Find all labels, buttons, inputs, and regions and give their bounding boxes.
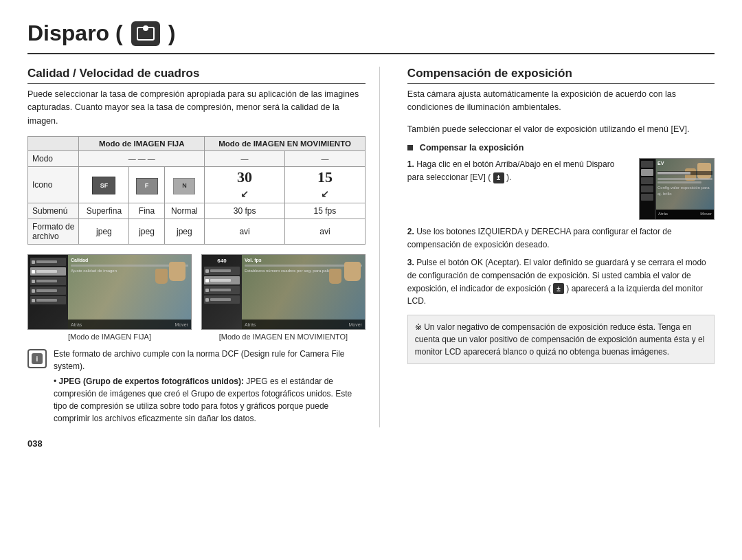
ev-menu-row-2	[641, 169, 653, 176]
note-section: i Este formato de archivo cumple con la …	[27, 348, 366, 427]
cam-menu-left	[28, 255, 68, 329]
screenshots-row: Calidad Ajuste calidad de imagen Atrás M…	[27, 254, 366, 341]
right-intro2: También puede seleccionar el valor de ex…	[407, 123, 715, 136]
icon-fina-block: F	[136, 178, 158, 194]
mode-table: Modo de IMAGEN FIJA Modo de IMAGEN EN MO…	[27, 136, 366, 245]
cam-screen-fija: Calidad Ajuste calidad de imagen Atrás M…	[28, 255, 191, 329]
cam-bottom-mov: Atrás Mover	[242, 320, 365, 329]
cam-atras-fija: Atrás	[71, 322, 82, 327]
fps30-arrow: ↙	[240, 188, 249, 199]
ev-menu-row-4	[641, 186, 653, 192]
step2: 2. Use los botones IZQUIERDA y DERECHA p…	[407, 225, 715, 251]
ev-config-line1	[657, 178, 712, 180]
row-label-submenu: Submenú	[28, 203, 79, 219]
step1-num: 1.	[407, 159, 416, 169]
ev-label: EV	[657, 160, 664, 168]
icon-30fps: 30 ↙	[205, 167, 285, 203]
ev-config-label: Config.valor exposición para aj. brillo	[657, 185, 712, 198]
col2-submenu: Fina	[129, 203, 164, 219]
cam-menu-item-2	[30, 267, 66, 276]
screenshot-fija: Calidad Ajuste calidad de imagen Atrás M…	[27, 254, 192, 330]
row-label-formato: Formato dearchivo	[28, 219, 79, 245]
fps15-arrow: ↙	[321, 188, 329, 199]
step3-num: 3.	[407, 258, 416, 267]
step1-symbol: ±	[493, 172, 504, 183]
compensar-label: Compensar la exposición	[420, 143, 524, 153]
cam-preview-movimiento: Vol. fps Establezca número cuadros por s…	[242, 255, 365, 329]
fps30-number: 30	[237, 168, 252, 186]
ev-atras: Atrás	[658, 211, 668, 217]
note-text-block: Este formato de archivo cumple con la no…	[54, 348, 366, 427]
caption-fija: [Modo de IMAGEN FIJA]	[27, 333, 192, 341]
note-line1: Este formato de archivo cumple con la no…	[54, 348, 366, 372]
cam-screen-movimiento: 640 Vol. fps Establezca número cuadros p…	[202, 255, 365, 329]
note-box: ※ Un valor negativo de compensación de e…	[407, 315, 715, 364]
step2-num: 2.	[407, 227, 416, 236]
row-label-modo: Modo	[28, 151, 79, 167]
note-bullet1-label: JPEG (Grupo de expertos fotográficos uni…	[59, 377, 244, 386]
ev-menu-row-5	[641, 194, 653, 201]
icon-normal-block: N	[173, 178, 195, 194]
cam-menu-mov-2	[204, 276, 240, 284]
row-label-icono: Icono	[28, 167, 79, 203]
cam-atras-mov: Atrás	[245, 322, 256, 327]
cam-mover-fija: Mover	[175, 322, 188, 327]
screenshot-left: Calidad Ajuste calidad de imagen Atrás M…	[27, 254, 192, 341]
note-box-text: ※ Un valor negativo de compensación de e…	[415, 322, 705, 357]
right-column: Compensación de exposición Esta cámara a…	[401, 67, 715, 427]
icon-15fps: 15 ↙	[285, 167, 366, 203]
title-divider	[27, 53, 715, 54]
left-column: Calidad / Velocidad de cuadros Puede sel…	[27, 67, 380, 427]
left-section-title: Calidad / Velocidad de cuadros	[27, 67, 366, 84]
svg-text:i: i	[36, 355, 38, 363]
cam-menu-item-5	[30, 296, 66, 304]
col1-formato: jpeg	[79, 219, 129, 245]
ev-bottom-bar: Atrás Mover	[656, 210, 714, 219]
camera-icon	[131, 21, 160, 46]
page-title: Disparo ( )	[27, 21, 715, 46]
ev-config-line2	[657, 181, 701, 183]
cam-menu-item-1	[30, 258, 66, 266]
col4-formato: avi	[205, 219, 285, 245]
ev-screen: EV Config.valor exposición para aj. bril…	[639, 158, 715, 220]
disparo-title-text: Disparo (	[27, 21, 123, 46]
screenshot-movimiento: 640 Vol. fps Establezca número cuadros p…	[201, 254, 366, 330]
table-header-modo	[28, 137, 79, 151]
left-intro: Puede seleccionar la tasa de compresión …	[27, 88, 366, 128]
step1-image: EV Config.valor exposición para aj. bril…	[639, 158, 715, 220]
cam-face2-fija	[155, 269, 168, 284]
ev-screen-menu	[640, 159, 655, 219]
col3-formato: jpeg	[164, 219, 205, 245]
ev-mover: Mover	[700, 211, 712, 217]
ev-bar	[657, 172, 690, 175]
step1-close: ).	[506, 172, 511, 182]
note-bullet1: JPEG (Grupo de expertos fotográficos uni…	[54, 375, 366, 425]
cam-preview-fija: Calidad Ajuste calidad de imagen Atrás M…	[68, 255, 191, 329]
ev-bar-row	[657, 171, 712, 175]
fps15-number: 15	[317, 168, 333, 186]
info-icon: i	[31, 352, 43, 365]
icon-sf: SF	[79, 167, 129, 203]
table-header-imagen-fija: Modo de IMAGEN FIJA	[79, 137, 205, 151]
col5-submenu: 15 fps	[285, 203, 366, 219]
disparo-title-suffix: )	[168, 21, 176, 46]
cam-mover-mov: Mover	[348, 322, 361, 327]
screenshot-right: 640 Vol. fps Establezca número cuadros p…	[201, 254, 366, 341]
cam-menu-mov-3	[204, 286, 240, 294]
col1-submenu: Superfina	[79, 203, 129, 219]
ev-menu-row-3	[641, 177, 653, 184]
cam-menu-item-3	[30, 277, 66, 285]
cam-face-fija	[169, 262, 186, 281]
compensation-steps: 1. Haga clic en el botón Arriba/Abajo en…	[407, 158, 715, 364]
step3-symbol: ±	[553, 283, 564, 294]
ev-config-text: Config.valor exposición para aj. brillo	[657, 178, 712, 198]
cam-bottom-fija: Atrás Mover	[68, 320, 191, 329]
page-number: 038	[27, 438, 715, 449]
col4-modo: —	[205, 151, 285, 167]
col3-submenu: Normal	[164, 203, 205, 219]
compensar-line: Compensar la exposición	[407, 143, 715, 153]
cam-menu-item-4	[30, 287, 66, 295]
col2-formato: jpeg	[129, 219, 164, 245]
ev-menu-row-1	[641, 161, 653, 168]
step1: 1. Haga clic en el botón Arriba/Abajo en…	[407, 158, 715, 220]
